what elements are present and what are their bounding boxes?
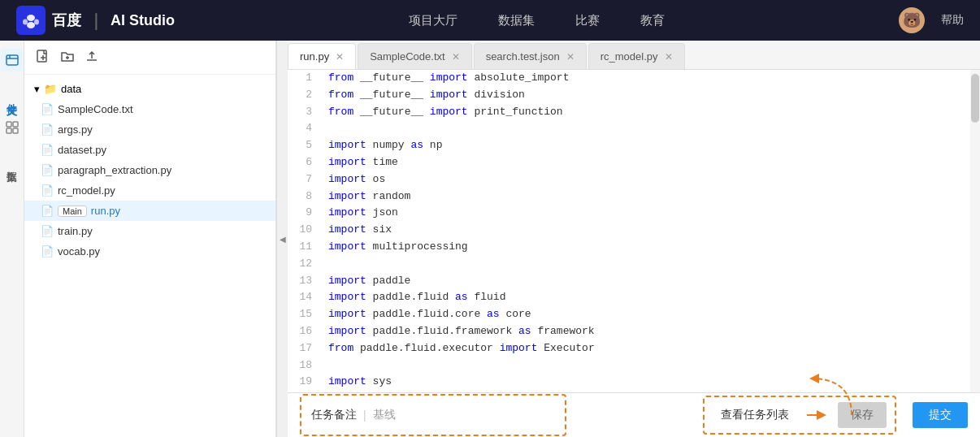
table-row: 19 import sys <box>288 374 980 391</box>
table-row: 10 import six <box>288 222 980 239</box>
file-name-active: run.py <box>91 205 120 217</box>
task-text-input[interactable] <box>402 400 555 430</box>
file-samplecode[interactable]: 📄 SampleCode.txt <box>24 99 275 119</box>
file-name: vocab.py <box>58 245 100 257</box>
file-dataset[interactable]: 📄 dataset.py <box>24 140 275 160</box>
file-paragraph[interactable]: 📄 paragraph_extraction.py <box>24 160 275 180</box>
tab-close-runpy[interactable]: ✕ <box>336 51 344 63</box>
file-icon: 📄 <box>41 123 54 136</box>
baseline-label: 基线 <box>373 408 396 422</box>
file-name: rc_model.py <box>58 184 115 197</box>
table-row: 11 import multiprocessing <box>288 239 980 256</box>
tab-samplecode[interactable]: SampleCode.txt ✕ <box>358 43 472 69</box>
file-name: args.py <box>58 123 93 136</box>
collapse-handle[interactable]: ◀ <box>276 41 288 437</box>
code-scroll[interactable]: 1 from __future__ import absolute_import… <box>288 70 980 392</box>
file-name: dataset.py <box>58 144 106 156</box>
nav-item-projects[interactable]: 项目大厅 <box>409 13 457 28</box>
file-tree: ▾ 📁 data 📄 SampleCode.txt 📄 args.py 📄 da… <box>24 41 276 437</box>
file-vocab[interactable]: 📄 vocab.py <box>24 241 275 262</box>
tab-search[interactable]: search.test.json ✕ <box>474 43 587 69</box>
table-row: 9 import json <box>288 205 980 222</box>
help-link[interactable]: 帮助 <box>941 13 964 28</box>
tab-rcmodel[interactable]: rc_model.py ✕ <box>588 43 685 69</box>
editor-area: run.py ✕ SampleCode.txt ✕ search.test.js… <box>288 41 980 437</box>
table-row: 14 import paddle.fluid as fluid <box>288 289 980 306</box>
tab-close-search[interactable]: ✕ <box>566 51 575 63</box>
logo: 百度 ｜ AI Studio <box>16 6 175 35</box>
baidu-icon <box>16 6 46 35</box>
upload-btn[interactable] <box>83 47 101 67</box>
folder-name: data <box>61 83 81 95</box>
bottom-toolbar: 任务备注 | 基线 查看任务列表 保存 <box>288 392 980 437</box>
svg-point-0 <box>27 15 35 21</box>
tab-label: rc_model.py <box>601 50 658 63</box>
file-runpy[interactable]: 📄 Main run.py <box>24 201 275 221</box>
logo-divider: ｜ <box>88 10 104 32</box>
tabs-bar: run.py ✕ SampleCode.txt ✕ search.test.js… <box>288 41 980 70</box>
submit-button[interactable]: 提交 <box>913 402 968 428</box>
svg-rect-5 <box>7 122 11 127</box>
table-row: 5 import numpy as np <box>288 137 980 154</box>
file-tree-actions <box>34 47 101 67</box>
svg-point-3 <box>27 22 35 28</box>
file-icon: 📄 <box>41 225 54 237</box>
file-name: train.py <box>58 225 93 237</box>
table-row: 16 import paddle.fluid.framework as fram… <box>288 323 980 340</box>
table-row: 8 import random <box>288 188 980 206</box>
table-row: 1 from __future__ import absolute_import <box>288 70 980 87</box>
nav-item-contest[interactable]: 比赛 <box>575 13 600 28</box>
logo-baidu: 百度 <box>52 11 81 30</box>
file-icon: 📄 <box>41 164 54 176</box>
code-table: 1 from __future__ import absolute_import… <box>288 70 980 392</box>
tab-label: SampleCode.txt <box>370 50 445 63</box>
file-rcmodel[interactable]: 📄 rc_model.py <box>24 180 275 201</box>
right-actions: 查看任务列表 保存 <box>703 396 896 435</box>
new-folder-btn[interactable] <box>59 47 76 67</box>
main-area: 文件夹 数据集 <box>0 41 980 437</box>
arrow-right-icon <box>805 407 830 423</box>
file-tree-header <box>24 41 275 75</box>
grid-icon[interactable] <box>1 116 24 139</box>
table-row: 13 import paddle <box>288 273 980 290</box>
sidebar-label-files[interactable]: 文件夹 <box>1 84 24 108</box>
svg-rect-9 <box>37 50 46 62</box>
table-row: 3 from __future__ import print_function <box>288 104 980 121</box>
table-row: 12 <box>288 256 980 273</box>
svg-rect-6 <box>13 122 18 127</box>
tab-label: run.py <box>300 50 329 63</box>
view-tasks-btn[interactable]: 查看任务列表 <box>713 404 797 426</box>
file-icon: 📄 <box>41 144 54 156</box>
main-badge: Main <box>58 206 87 217</box>
file-args[interactable]: 📄 args.py <box>24 119 275 140</box>
tab-close-rcmodel[interactable]: ✕ <box>665 51 673 63</box>
separator: | <box>363 409 366 422</box>
scrollbar-track <box>970 70 980 392</box>
save-button[interactable]: 保存 <box>838 402 887 428</box>
nav-right: 🐻 帮助 <box>899 7 964 33</box>
svg-rect-4 <box>7 55 18 65</box>
nav-item-datasets[interactable]: 数据集 <box>498 13 535 28</box>
logo-studio: AI Studio <box>111 12 175 29</box>
file-icon: 📄 <box>41 205 54 217</box>
table-row: 4 <box>288 120 980 137</box>
table-row: 2 from __future__ import division <box>288 87 980 104</box>
nav-item-education[interactable]: 教育 <box>640 13 665 28</box>
file-items: ▾ 📁 data 📄 SampleCode.txt 📄 args.py 📄 da… <box>24 75 275 437</box>
tab-runpy[interactable]: run.py ✕ <box>288 43 356 69</box>
new-file-btn[interactable] <box>34 47 52 67</box>
files-icon[interactable] <box>1 49 24 71</box>
folder-data[interactable]: ▾ 📁 data <box>24 79 275 99</box>
tab-close-samplecode[interactable]: ✕ <box>452 51 460 63</box>
file-name: paragraph_extraction.py <box>58 164 171 176</box>
file-train[interactable]: 📄 train.py <box>24 221 275 241</box>
table-row: 17 from paddle.fluid.executor import Exe… <box>288 340 980 357</box>
file-icon: 📄 <box>41 245 54 257</box>
scrollbar-thumb[interactable] <box>971 74 979 123</box>
svg-rect-7 <box>7 128 11 133</box>
avatar[interactable]: 🐻 <box>899 7 925 33</box>
svg-rect-8 <box>13 128 18 133</box>
svg-point-2 <box>34 19 39 25</box>
sidebar-label-datasets[interactable]: 数据集 <box>1 151 24 175</box>
table-row: 20 if sys.version[0] == '2': <box>288 391 980 392</box>
